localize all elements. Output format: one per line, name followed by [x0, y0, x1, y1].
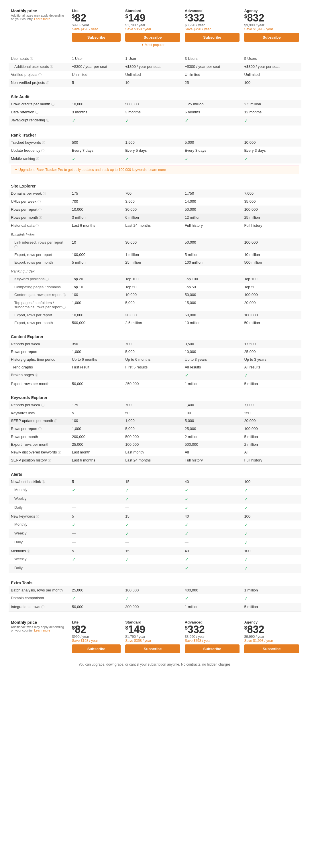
- bottom-subscribe-advanced-button[interactable]: Subscribe: [185, 644, 240, 653]
- batch-analysis-lite: 25,000: [69, 586, 123, 594]
- rank-tracker-label: Rank Tracker: [8, 131, 302, 138]
- mobile-ranking-info-icon: ⓘ: [36, 157, 39, 160]
- verified-projects-advanced: Unlimited: [182, 71, 242, 79]
- link-intersect-agency: 100,000: [242, 239, 302, 251]
- plan-advanced-header: Advanced $332 $3,990 / year Save $798 / …: [182, 6, 242, 50]
- competing-pages-label: Competing pages / domains: [8, 283, 69, 291]
- ce-trend-graphs-label: Trend graphs: [8, 363, 69, 371]
- additional-user-seats-info-icon: ⓘ: [50, 65, 53, 68]
- learn-more-link[interactable]: Learn more: [34, 17, 50, 21]
- plan-lite-save: Save $198 / year: [72, 27, 121, 31]
- rank-tracker-learn-more-link[interactable]: Learn more: [148, 168, 166, 172]
- bottom-plan-advanced-year: $3,990 / year: [185, 635, 240, 639]
- new-lost-backlink-label: New/Lost backlink: [11, 479, 41, 484]
- urls-per-week-info-icon: ⓘ: [37, 200, 41, 203]
- se-rows-per-report-standard: 30,000: [123, 206, 182, 214]
- ce-history-graphs-lite: Up to 6 months: [69, 355, 123, 363]
- se-rows-per-month-agency: 25 million: [242, 214, 302, 222]
- subscribe-advanced-button[interactable]: Subscribe: [185, 33, 240, 42]
- se-rows-per-month-info-icon: ⓘ: [39, 216, 42, 219]
- ce-rows-per-report-label: Rows per report: [8, 348, 69, 355]
- mobile-ranking-agency-check: ✓: [244, 157, 248, 161]
- mentions-daily-agency: ✓: [244, 566, 248, 571]
- monthly-price-label: Monthly price: [11, 8, 67, 13]
- section-site-explorer-spacer: [8, 176, 302, 182]
- ke-export-per-month-label: Export, rows per month: [8, 441, 69, 448]
- subscribe-standard-button[interactable]: Subscribe: [125, 33, 180, 42]
- row-extra-tools-header: Extra Tools: [8, 579, 302, 586]
- data-retention-advanced: 6 months: [182, 108, 242, 116]
- bottom-subscribe-standard-button[interactable]: Subscribe: [125, 644, 180, 653]
- plan-agency-header: Agency $832 $9,990 / year Save $1,998 / …: [242, 6, 302, 50]
- domain-comparison-advanced: ✓: [185, 596, 189, 601]
- ke-keywords-lists-lite: 5: [69, 409, 123, 417]
- bl-export-per-month-standard: 25 million: [123, 258, 182, 266]
- js-rendering-info-icon: ⓘ: [46, 119, 49, 122]
- row-bl-export-per-report: Export, rows per report 100,000 1 millio…: [8, 251, 302, 258]
- js-rendering-label: JavaScript rendering: [11, 118, 45, 122]
- urls-per-week-lite: 700: [69, 197, 123, 206]
- mentions-daily-standard: —: [125, 566, 129, 570]
- bottom-learn-more-link[interactable]: Learn more: [34, 629, 50, 632]
- subscribe-agency-button[interactable]: Subscribe: [244, 33, 299, 42]
- additional-user-seats-agency: +$300 / year per seat: [242, 63, 302, 71]
- competing-pages-agency: Top 50: [242, 283, 302, 291]
- update-frequency-standard: Every 5 days: [123, 147, 182, 155]
- js-rendering-agency-check: ✓: [244, 118, 248, 123]
- ke-export-per-month-agency: 2 million: [242, 441, 302, 448]
- nk-daily-standard: —: [125, 540, 129, 544]
- ke-keywords-lists-standard: 50: [123, 409, 182, 417]
- bottom-subscribe-lite-button[interactable]: Subscribe: [72, 644, 121, 653]
- section-user-seats: [8, 50, 302, 55]
- plan-standard-save: Save $358 / year: [125, 27, 180, 31]
- ke-rows-per-month-standard: 500,000: [123, 433, 182, 441]
- mobile-ranking-advanced-check: ✓: [185, 157, 189, 161]
- subscribe-lite-button[interactable]: Subscribe: [72, 33, 121, 42]
- ce-trend-graphs-advanced: All results: [182, 363, 242, 371]
- link-intersect-label: Link intersect, rows per report: [14, 240, 63, 245]
- ri-export-per-report-lite: 10,000: [69, 311, 123, 319]
- row-js-rendering: JavaScript rendering ⓘ ✓ ✓ ✓ ✓: [8, 116, 302, 125]
- ce-broken-pages-info-icon: ⓘ: [35, 373, 38, 377]
- row-rank-tracker-header: Rank Tracker: [8, 131, 302, 138]
- ce-export-per-month-agency: 5 million: [242, 380, 302, 388]
- nlb-weekly-lite: —: [72, 496, 76, 501]
- row-ke-reports-per-week: Reports per week ⓘ 175 700 1,400 7,000: [8, 401, 302, 409]
- row-nk-daily: Daily — — — ✓: [8, 538, 302, 547]
- ke-rows-per-month-lite: 200,000: [69, 433, 123, 441]
- bl-export-per-report-standard: 1 million: [123, 251, 182, 258]
- update-frequency-info-icon: ⓘ: [41, 149, 45, 152]
- section-site-audit-spacer: [8, 87, 302, 93]
- row-mentions-daily: Daily — — ✓ ✓: [8, 564, 302, 573]
- competing-pages-standard: Top 50: [123, 283, 182, 291]
- plan-agency-save: Save $1,998 / year: [244, 27, 299, 31]
- keywords-explorer-label: Keywords Explorer: [8, 394, 302, 401]
- alerts-label: Alerts: [8, 470, 302, 478]
- domains-per-week-standard: 700: [123, 189, 182, 197]
- section-keywords-explorer-spacer: [8, 388, 302, 394]
- new-lost-backlink-lite: 5: [69, 478, 123, 486]
- nk-weekly-lite: —: [72, 531, 76, 535]
- ke-keywords-lists-agency: 250: [242, 409, 302, 417]
- update-frequency-advanced: Every 3 days: [182, 147, 242, 155]
- link-intersect-info-icon: ⓘ: [14, 245, 18, 248]
- row-batch-analysis: Batch analysis, rows per month 25,000 10…: [8, 586, 302, 594]
- row-content-gap: Content gap, rows per report ⓘ 100 10,00…: [8, 291, 302, 299]
- plan-agency-price: 832: [247, 12, 264, 24]
- ke-serp-updates-standard: 1,000: [123, 417, 182, 425]
- urls-per-week-label: URLs per week: [11, 199, 36, 204]
- new-lost-backlink-agency: 100: [242, 478, 302, 486]
- content-gap-label: Content gap, rows per report: [14, 292, 62, 297]
- ce-reports-per-week-standard: 700: [123, 340, 182, 348]
- nlb-weekly-agency: ✓: [244, 497, 248, 502]
- ke-rows-per-month-agency: 5 million: [242, 433, 302, 441]
- row-urls-per-week: URLs per week ⓘ 700 3,500 14,000 35,000: [8, 197, 302, 206]
- upgrade-star-icon: ✦: [15, 168, 18, 172]
- ce-broken-pages-standard: —: [125, 373, 129, 377]
- ce-export-per-month-standard: 250,000: [123, 380, 182, 388]
- nk-weekly-advanced: ✓: [185, 531, 189, 536]
- bottom-subscribe-agency-button[interactable]: Subscribe: [244, 644, 299, 653]
- non-verified-projects-standard: 10: [123, 79, 182, 87]
- row-ce-export-per-month: Export, rows per month 50,000 250,000 1 …: [8, 380, 302, 388]
- mentions-weekly-standard: ✓: [125, 557, 129, 562]
